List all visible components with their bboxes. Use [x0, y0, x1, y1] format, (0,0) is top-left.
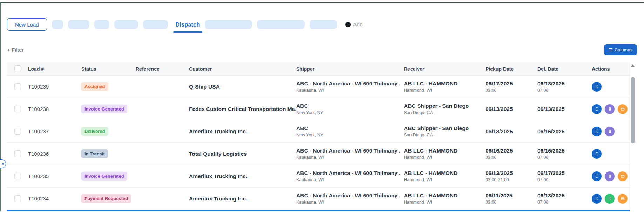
status-badge: Payment Requested: [81, 194, 131, 203]
expand-sidebar-handle[interactable]: »: [0, 159, 6, 168]
document-icon: [595, 107, 599, 111]
shipper-location: New York, NY: [296, 110, 400, 115]
shipper-location: Kaukauna, WI: [296, 88, 400, 93]
document-action-button[interactable]: [592, 194, 602, 204]
invoice-icon: [608, 107, 612, 111]
row-checkbox[interactable]: [14, 173, 21, 179]
table-row[interactable]: T100236 In Transit Total Quality Logisti…: [7, 143, 635, 165]
tab-dispatch-label: Dispatch: [176, 21, 200, 28]
pickup-date: 06/13/2025: [486, 128, 534, 135]
document-action-button[interactable]: [592, 127, 602, 136]
pickup-date: 06/13/2025: [486, 106, 534, 112]
skeleton-tab: [52, 20, 63, 29]
row-checkbox[interactable]: [14, 128, 21, 135]
shipper-location: Kaukauna, WI: [296, 155, 400, 160]
columns-button[interactable]: Columns: [604, 44, 637, 55]
pickup-date: 06/11/2025: [486, 192, 534, 199]
vertical-scrollbar[interactable]: [630, 62, 635, 211]
payment-card-action-button[interactable]: [618, 171, 628, 181]
row-checkbox[interactable]: [14, 106, 21, 112]
receiver-location: San Diego, CA: [404, 110, 482, 115]
column-header-receiver: Receiver: [404, 66, 486, 72]
customer-name: Amerilux Trucking Inc.: [189, 173, 296, 179]
scroll-up-arrow-icon[interactable]: [631, 64, 635, 67]
skeleton-tab: [68, 20, 89, 29]
money-action-button[interactable]: [605, 194, 615, 204]
status-badge: Delivered: [81, 127, 108, 136]
receiver-name: ABC Shipper - San Diego: [404, 103, 482, 109]
plus-circle-icon: +: [345, 22, 351, 27]
payment-card-icon: [620, 107, 625, 112]
new-load-button[interactable]: New Load: [7, 18, 47, 31]
table-row[interactable]: T100235 Invoice Generated Amerilux Truck…: [7, 165, 635, 188]
row-checkbox[interactable]: [14, 83, 21, 90]
receiver-location: Hammond, WI: [404, 177, 482, 182]
column-header-load: Load #: [28, 66, 81, 72]
load-number: T100234: [28, 196, 81, 202]
document-action-button[interactable]: [592, 104, 602, 114]
select-all-checkbox[interactable]: [14, 65, 21, 72]
columns-label: Columns: [615, 47, 632, 52]
delivery-date: 06/13/2025: [537, 192, 588, 199]
receiver-location: San Diego, CA: [404, 133, 482, 137]
table-row[interactable]: T100234 Payment Requested Amerilux Truck…: [7, 188, 635, 210]
customer-name: Fedex Custom Critical Transportation Ma.…: [189, 106, 296, 112]
document-action-button[interactable]: [592, 171, 602, 181]
delivery-time: 07:00: [537, 200, 588, 205]
tab-dispatch[interactable]: Dispatch: [176, 21, 200, 28]
payment-card-action-button[interactable]: [618, 104, 628, 114]
pickup-date: 06/13/2025: [486, 170, 534, 176]
scrollbar-thumb[interactable]: [631, 77, 635, 143]
invoice-icon: [608, 174, 612, 178]
document-icon: [595, 129, 599, 134]
table-row[interactable]: T100238 Invoice Generated Fedex Custom C…: [7, 98, 635, 120]
payment-card-action-button[interactable]: [618, 194, 628, 204]
pickup-date: 06/16/2025: [486, 148, 534, 154]
invoice-action-button[interactable]: [605, 127, 615, 136]
loads-table: Load # Status Reference Customer Shipper…: [7, 62, 635, 211]
load-number: T100236: [28, 151, 81, 157]
pickup-time: 03:00: [486, 155, 534, 160]
table-row[interactable]: T100237 Delivered Amerilux Trucking Inc.…: [7, 120, 635, 143]
receiver-location: Hammond, WI: [404, 155, 482, 160]
column-header-shipper: Shipper: [296, 66, 404, 72]
skeleton-tab: [205, 20, 252, 29]
add-tab-button[interactable]: + Add: [345, 21, 363, 28]
horizontal-scrollbar[interactable]: [7, 210, 630, 211]
top-tab-bar: New Load Dispatch + Add: [7, 17, 644, 32]
shipper-name: ABC - North America - WI 600 Thilmany ..…: [296, 170, 400, 176]
receiver-location: Hammond, WI: [404, 200, 482, 205]
load-number: T100235: [28, 173, 81, 179]
delivery-date: 06/13/2025: [537, 106, 588, 112]
invoice-action-button[interactable]: [605, 104, 615, 114]
column-header-customer: Customer: [189, 66, 296, 72]
column-header-status: Status: [81, 66, 136, 72]
status-badge: Assigned: [81, 82, 108, 91]
pickup-time: 03:00: [486, 200, 534, 205]
column-header-actions: Actions: [592, 66, 630, 72]
row-checkbox[interactable]: [14, 195, 21, 202]
invoice-action-button[interactable]: [605, 171, 615, 181]
row-actions: [592, 149, 630, 159]
invoice-icon: [608, 129, 612, 134]
document-action-button[interactable]: [592, 82, 602, 92]
add-filter-button[interactable]: + Filter: [7, 47, 24, 53]
delivery-time: 07:00: [537, 177, 588, 182]
customer-name: Total Quality Logistics: [189, 151, 296, 157]
status-badge: In Transit: [81, 149, 108, 158]
document-action-button[interactable]: [592, 149, 602, 159]
pickup-time: 03:00: [486, 88, 534, 93]
column-header-reference: Reference: [136, 66, 189, 72]
pickup-date: 06/17/2025: [486, 80, 534, 87]
table-row[interactable]: T100239 Assigned Q-Ship USA ABC - North …: [7, 76, 635, 98]
row-checkbox[interactable]: [14, 150, 21, 157]
receiver-location: Hammond, WI: [404, 88, 482, 93]
shipper-name: ABC - North America - WI 600 Thilmany ..…: [296, 148, 400, 154]
shipper-name: ABC - North America - WI 600 Thilmany ..…: [296, 192, 400, 199]
column-header-pickup-date: Pickup Date: [486, 66, 537, 72]
loading-tabs-placeholder: [47, 20, 168, 29]
delivery-date: 06/16/2025: [537, 148, 588, 154]
skeleton-tab: [94, 20, 109, 29]
table-header-row: Load # Status Reference Customer Shipper…: [7, 62, 635, 76]
receiver-name: AB LLC - HAMMOND: [404, 192, 482, 199]
